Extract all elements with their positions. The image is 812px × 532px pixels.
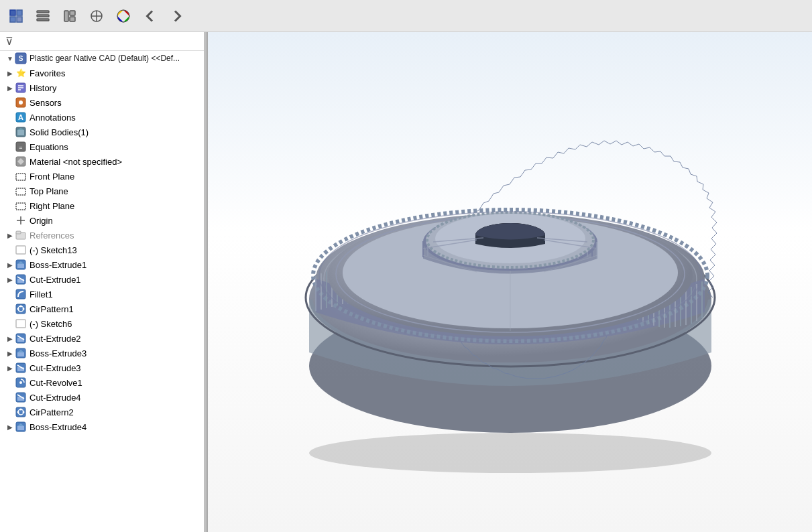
history-icon	[15, 82, 27, 94]
tree-item-equations[interactable]: ▶ = Equations	[0, 139, 207, 154]
svg-point-67	[17, 411, 19, 413]
cut-revolve1-icon	[15, 377, 27, 389]
tree-item-material[interactable]: ▶ Material <not specified>	[0, 154, 207, 169]
filter-icon: ⊽	[5, 35, 13, 48]
tree-item-favorites[interactable]: ▶ ⭐ Favorites	[0, 66, 207, 80]
cut-extrude1-label: Cut-Extrude1	[30, 275, 81, 285]
cirpattern2-label: CirPattern2	[30, 407, 74, 417]
nav-prev-button[interactable]	[138, 4, 162, 28]
svg-rect-9	[70, 17, 75, 21]
tree-item-sensors[interactable]: ▶ Sensors	[0, 95, 207, 110]
svg-rect-8	[70, 11, 75, 15]
config-manager-button[interactable]	[58, 4, 82, 28]
sidebar-filter-row: ⊽	[0, 32, 207, 51]
top-plane-icon	[15, 185, 27, 197]
dimexpert-button[interactable]	[84, 4, 109, 28]
boss-extrude1-label: Boss-Extrude1	[30, 260, 86, 270]
tree-item-cut-extrude3[interactable]: ▶ Cut-Extrude3	[0, 360, 207, 375]
tree-item-boss-extrude4[interactable]: ▶ Boss-Extrude4	[0, 419, 207, 434]
svg-rect-37	[17, 264, 24, 268]
svg-point-66	[23, 411, 25, 413]
tree-item-boss-extrude1[interactable]: ▶ Boss-Extrude1	[0, 257, 207, 272]
fillet1-icon	[15, 288, 27, 300]
tree-item-references[interactable]: ▶ References	[0, 228, 207, 243]
tree-item-solid-bodies[interactable]: ▶ Solid Bodies(1)	[0, 125, 207, 139]
cut-extrude4-label: Cut-Extrude4	[30, 393, 81, 403]
boss-extrude4-icon	[15, 421, 27, 433]
svg-rect-5	[37, 15, 49, 17]
cut-extrude1-icon	[15, 273, 27, 285]
boss-extrude3-icon	[15, 347, 27, 359]
tree-item-sketch6[interactable]: ▶ (-) Sketch6	[0, 316, 207, 331]
tree-item-cut-extrude4[interactable]: ▶ Cut-Extrude4	[0, 390, 207, 405]
top-plane-label: Top Plane	[30, 186, 68, 196]
svg-rect-69	[17, 426, 24, 430]
tree-item-history[interactable]: ▶ History	[0, 80, 207, 95]
svg-rect-48	[16, 320, 25, 328]
favorites-icon: ⭐	[15, 67, 27, 79]
references-label: References	[30, 230, 74, 241]
root-icon: S	[15, 52, 27, 64]
tree-item-cut-revolve1[interactable]: ▶ Cut-Revolve1	[0, 375, 207, 390]
cirpattern1-icon	[15, 303, 27, 315]
svg-text:S: S	[19, 55, 23, 62]
display-manager-button[interactable]	[111, 4, 135, 28]
svg-rect-4	[37, 11, 49, 13]
favorites-label: Favorites	[30, 68, 65, 78]
cut-extrude2-label: Cut-Extrude2	[30, 334, 81, 344]
origin-label: Origin	[30, 216, 53, 226]
boss-extrude4-label: Boss-Extrude4	[30, 422, 86, 432]
svg-rect-61	[17, 397, 24, 401]
right-plane-label: Right Plane	[30, 201, 74, 211]
sketch6-label: (-) Sketch6	[30, 319, 72, 329]
svg-rect-53	[17, 352, 24, 356]
root-label: Plastic gear Native CAD (Default) <<Def.…	[30, 54, 180, 63]
tree-item-boss-extrude3[interactable]: ▶ Boss-Extrude3	[0, 346, 207, 360]
cut-revolve1-label: Cut-Revolve1	[30, 378, 82, 388]
nav-next-button[interactable]	[165, 4, 189, 28]
tree-item-right-plane[interactable]: ▶ Right Plane	[0, 198, 207, 213]
svg-rect-3	[17, 17, 22, 22]
cut-extrude3-icon	[15, 362, 27, 374]
cut-extrude2-icon	[15, 332, 27, 344]
tree-item-cirpattern2[interactable]: ▶ CirPattern2	[0, 405, 207, 419]
sketch13-label: (-) Sketch13	[30, 245, 77, 255]
svg-rect-50	[17, 338, 24, 342]
tree-item-top-plane[interactable]: ▶ Top Plane	[0, 184, 207, 198]
boss-extrude3-label: Boss-Extrude3	[30, 348, 86, 358]
sensors-icon	[15, 96, 27, 109]
viewport[interactable]	[208, 32, 812, 532]
svg-rect-34	[16, 231, 21, 234]
toolbar	[0, 0, 812, 32]
tree-item-cut-extrude1[interactable]: ▶ Cut-Extrude1	[0, 272, 207, 287]
front-plane-icon	[15, 170, 27, 182]
svg-rect-0	[10, 10, 15, 15]
fillet1-label: Fillet1	[30, 289, 53, 300]
svg-rect-29	[16, 188, 25, 195]
resize-handle[interactable]	[204, 32, 207, 532]
property-manager-button[interactable]	[31, 4, 55, 28]
tree-item-front-plane[interactable]: ▶ Front Plane	[0, 169, 207, 184]
svg-point-47	[17, 308, 19, 310]
tree-item-fillet1[interactable]: ▶ Fillet1	[0, 287, 207, 302]
svg-text:=: =	[19, 144, 22, 151]
tree-item-origin[interactable]: ▶ Origin	[0, 213, 207, 228]
svg-rect-6	[37, 19, 49, 21]
tree-item-annotations[interactable]: ▶ A Annotations	[0, 110, 207, 125]
tree-item-cut-extrude2[interactable]: ▶ Cut-Extrude2	[0, 331, 207, 346]
svg-rect-1	[17, 10, 22, 15]
tree-item-sketch13[interactable]: ▶ (-) Sketch13	[0, 243, 207, 257]
cut-extrude4-icon	[15, 391, 27, 403]
tree-item-cirpattern1[interactable]: ▶ CirPattern1	[0, 302, 207, 316]
root-item[interactable]: ▼ S Plastic gear Native CAD (Default) <<…	[0, 51, 207, 66]
svg-rect-2	[10, 17, 15, 22]
boss-extrude1-icon	[15, 259, 27, 271]
gear-3d-model	[249, 64, 772, 500]
feature-manager-button[interactable]	[4, 4, 28, 28]
equations-label: Equations	[30, 142, 68, 152]
svg-rect-23	[17, 130, 24, 135]
svg-rect-42	[16, 289, 25, 299]
svg-point-46	[23, 308, 25, 310]
equations-icon: =	[15, 141, 27, 153]
svg-rect-30	[16, 203, 25, 210]
